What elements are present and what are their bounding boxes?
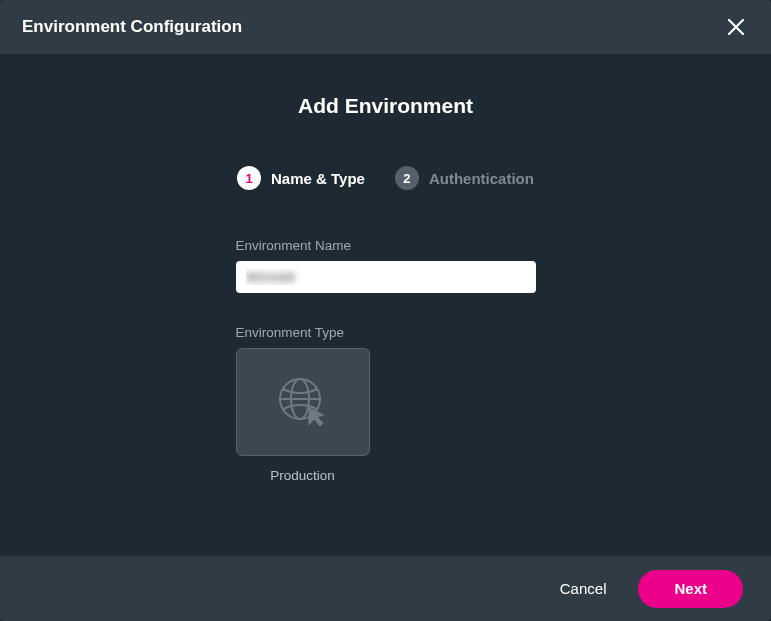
globe-cursor-icon: [274, 373, 332, 431]
environment-type-caption: Production: [236, 468, 370, 483]
step-label: Authentication: [429, 170, 534, 187]
stepper: 1 Name & Type 2 Authentication: [237, 166, 534, 190]
next-button[interactable]: Next: [638, 570, 743, 608]
modal-title: Environment Configuration: [22, 17, 242, 37]
step-name-type[interactable]: 1 Name & Type: [237, 166, 365, 190]
environment-type-tile-production[interactable]: [236, 348, 370, 456]
environment-name-input[interactable]: [236, 261, 536, 293]
modal-footer: Cancel Next: [0, 556, 771, 621]
environment-type-section: Environment Type: [236, 325, 536, 483]
body-title: Add Environment: [298, 94, 473, 118]
environment-type-label: Environment Type: [236, 325, 536, 340]
step-label: Name & Type: [271, 170, 365, 187]
step-number: 1: [237, 166, 261, 190]
close-button[interactable]: [721, 12, 751, 42]
modal-header: Environment Configuration: [0, 0, 771, 54]
close-icon: [727, 18, 745, 36]
environment-config-modal: Environment Configuration Add Environmen…: [0, 0, 771, 621]
cancel-button[interactable]: Cancel: [560, 580, 607, 597]
form-area: Environment Name Environment Type: [236, 238, 536, 483]
modal-body: Add Environment 1 Name & Type 2 Authenti…: [0, 54, 771, 556]
environment-name-label: Environment Name: [236, 238, 536, 253]
step-authentication[interactable]: 2 Authentication: [395, 166, 534, 190]
step-number: 2: [395, 166, 419, 190]
